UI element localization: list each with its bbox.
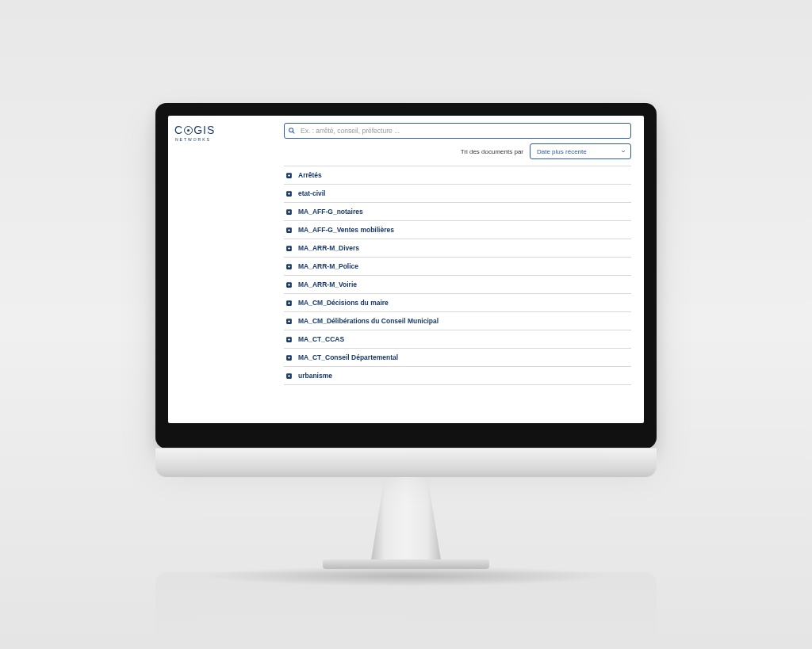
list-item[interactable]: MA_ARR-M_Police [284,258,631,276]
monitor-chin [155,448,657,477]
category-label: MA_CT_Conseil Départemental [298,353,398,361]
plus-square-icon [285,300,293,307]
category-list: Arrêtésetat-civilMA_AFF-G_notairesMA_AFF… [284,166,631,385]
category-label: etat-civil [298,189,326,197]
plus-square-icon [285,245,293,252]
screen: C GIS NETWORKS [168,116,644,423]
logo: C GIS NETWORKS [174,124,284,142]
plus-square-icon [285,190,293,197]
list-item[interactable]: Arrêtés [284,166,631,185]
category-label: MA_AFF-G_notaires [298,208,363,216]
chevron-down-icon [620,148,626,155]
category-label: MA_CM_Délibérations du Conseil Municipal [298,317,439,325]
sort-label: Tri des documents par [461,148,523,155]
monitor-foot [323,559,489,569]
logo-prefix: C [174,124,183,136]
category-label: Arrêtés [298,171,322,179]
main-panel: Tri des documents par Date plus récente … [284,116,644,423]
plus-square-icon [285,318,293,325]
plus-square-icon [285,208,293,216]
category-label: MA_ARR-M_Voirie [298,281,357,288]
plus-square-icon [285,372,293,380]
plus-square-icon [285,281,293,288]
list-item[interactable]: MA_AFF-G_notaires [284,203,631,221]
logo-subtitle: NETWORKS [175,137,211,142]
sort-row: Tri des documents par Date plus récente [284,143,631,159]
list-item[interactable]: MA_CM_Décisions du maire [284,294,631,312]
list-item[interactable]: MA_AFF-G_Ventes mobilières [284,221,631,239]
plus-square-icon [285,354,293,361]
app-root: C GIS NETWORKS [168,116,644,423]
logo-suffix: GIS [193,124,215,136]
svg-line-1 [293,132,294,133]
list-item[interactable]: MA_CT_Conseil Départemental [284,349,631,367]
sidebar: C GIS NETWORKS [168,116,284,423]
list-item[interactable]: MA_CM_Délibérations du Conseil Municipal [284,312,631,330]
monitor-frame: C GIS NETWORKS [155,103,657,449]
logo-text: C GIS [174,124,215,136]
sort-select[interactable]: Date plus récente [530,143,631,159]
plus-square-icon [285,227,293,234]
list-item[interactable]: MA_ARR-M_Divers [284,239,631,258]
svg-point-0 [289,128,293,132]
plus-square-icon [285,336,293,343]
search-input[interactable] [284,123,631,139]
search-wrap [284,122,631,139]
category-label: urbanisme [298,372,332,380]
list-item[interactable]: MA_CT_CCAS [284,330,631,349]
mockup-stage: C GIS NETWORKS [0,0,812,649]
category-label: MA_ARR-M_Divers [298,244,359,252]
plus-square-icon [285,172,293,179]
list-item[interactable]: etat-civil [284,185,631,203]
list-item[interactable]: MA_ARR-M_Voirie [284,276,631,294]
category-label: MA_CM_Décisions du maire [298,299,389,307]
list-item[interactable]: urbanisme [284,367,631,385]
monitor-reflection [155,572,657,643]
monitor-stand [370,476,442,565]
logo-globe-icon [184,126,193,135]
plus-square-icon [285,263,293,270]
category-label: MA_ARR-M_Police [298,262,358,270]
category-label: MA_CT_CCAS [298,335,344,343]
category-label: MA_AFF-G_Ventes mobilières [298,226,394,234]
sort-selected-value: Date plus récente [537,148,587,155]
search-icon [288,127,296,135]
